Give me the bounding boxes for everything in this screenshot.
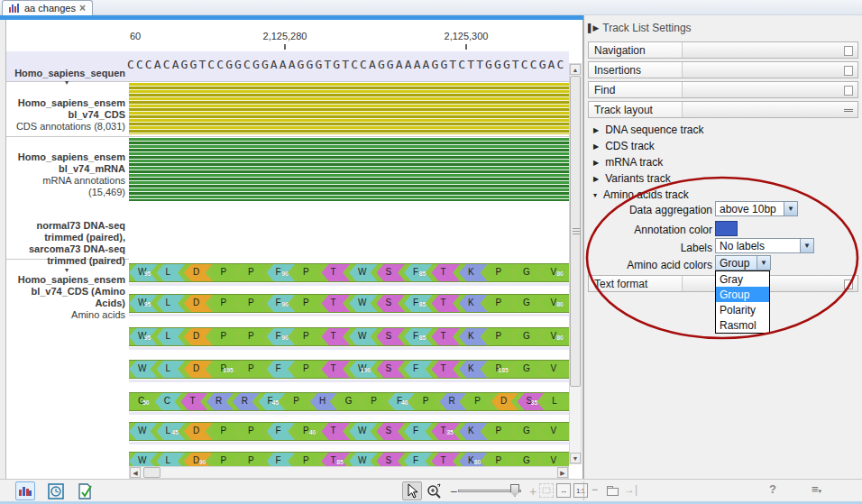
amino-acid-segment[interactable]: W190 [349,361,378,378]
group-navigation[interactable]: Navigation [588,41,858,59]
amino-acid-segment[interactable]: P [239,264,268,281]
amino-acid-segment[interactable]: D [184,264,213,281]
amino-acid-colors-select[interactable]: Group ▼ [715,255,771,270]
amino-acid-segment[interactable]: P [294,453,323,466]
amino-acid-segment[interactable]: W [349,264,378,281]
scroll-up-button[interactable]: ▲ [570,64,581,75]
mrna-annotations-track[interactable] [129,138,569,201]
data-aggregation-select[interactable]: above 10bp ▼ [715,201,798,216]
dropdown-option-rasmol[interactable]: Rasmol [716,317,769,333]
collapse-group-icon[interactable] [844,109,853,112]
amino-acid-segment[interactable]: G [514,453,543,466]
amino-acid-segment[interactable]: V80 [542,264,570,281]
amino-acid-segment[interactable]: P [212,453,241,466]
amino-acid-segment[interactable]: P [487,264,516,281]
amino-acid-segment[interactable]: F [404,361,433,378]
amino-acid-segment[interactable]: P [212,295,241,312]
folder-icon[interactable] [607,488,619,496]
amino-acid-segment[interactable]: F [404,423,433,440]
amino-acid-segment[interactable]: R [233,393,260,410]
amino-acid-segment[interactable]: R [206,393,234,410]
amino-acid-segment[interactable]: P [294,328,323,345]
zoom-100-button[interactable]: 1:1 [573,483,588,498]
track-label-amino-acids[interactable]: Homo_sapiens_ensem bl_v74_CDS (Amino Aci… [8,262,125,333]
amino-acid-segment[interactable]: L [157,453,186,466]
track-layout-item-mrna-track[interactable]: ▶mRNA track [593,156,663,169]
amino-acid-segment[interactable]: P [239,423,268,440]
group-insertions[interactable]: Insertions [588,61,858,78]
horizontal-scrollbar[interactable]: ◀ ▶ [129,466,569,479]
amino-acid-segment[interactable]: G [514,264,543,281]
help-icon[interactable]: ? [769,482,776,496]
detach-group-icon[interactable] [844,86,853,96]
amino-acid-segment[interactable]: F85 [404,264,433,281]
amino-acid-segment[interactable]: S [377,361,406,378]
amino-acid-segment[interactable]: F [267,423,296,440]
annotation-color-swatch[interactable] [715,221,738,236]
amino-acid-segment[interactable]: W [349,423,378,440]
scroll-down-button[interactable]: ▼ [570,453,581,463]
amino-acid-segment[interactable]: P195 [212,361,241,378]
selection-cursor-button[interactable] [402,481,422,500]
labels-select[interactable]: No labels ▼ [715,238,814,253]
amino-acid-segment[interactable]: S35 [518,393,545,410]
amino-acid-segment[interactable]: F45 [259,393,286,410]
amino-acid-segment[interactable]: W [349,295,378,312]
amino-acid-segment[interactable]: H [310,393,337,410]
amino-acid-segment[interactable]: P40 [294,423,323,440]
amino-acid-segment[interactable]: K [459,361,488,378]
amino-acid-segment[interactable]: K [459,328,488,345]
tab-close-icon[interactable]: × [79,4,86,13]
amino-acid-segment[interactable]: S [377,328,406,345]
detach-group-icon[interactable] [844,46,853,56]
amino-acid-segment[interactable]: P [465,393,492,410]
group-track-layout[interactable]: Track layout [588,101,858,118]
amino-acid-segment[interactable]: G [514,295,543,312]
element-info-button[interactable] [75,481,95,500]
amino-acid-segment[interactable]: P [212,328,241,345]
amino-acid-segment[interactable]: P [487,453,516,466]
amino-acid-segment[interactable]: S [377,295,406,312]
amino-acid-segment[interactable]: T [322,328,351,345]
dock-panel-icon[interactable]: →| [624,483,637,496]
track-layout-item-cds-track[interactable]: ▶CDS track [593,140,655,152]
amino-acid-segment[interactable]: F90 [267,295,296,312]
settings-menu-icon[interactable]: ≡▾ [812,482,821,496]
scroll-left-button[interactable]: ◀ [130,467,141,478]
amino-acid-segment[interactable]: D [184,295,213,312]
amino-acid-segment[interactable]: V [542,423,570,440]
amino-acid-segment[interactable]: T [432,295,461,312]
zoom-to-selection-button[interactable] [539,483,554,498]
fit-width-button[interactable]: ↔ [556,483,571,498]
amino-acid-segment[interactable]: L [157,295,186,312]
horizontal-scroll-thumb[interactable] [143,467,160,478]
amino-acid-segment[interactable]: D90 [184,453,213,466]
amino-acid-segment[interactable]: F [267,361,296,378]
amino-acid-segment[interactable]: P [212,423,241,440]
amino-acid-segment[interactable]: T [432,361,461,378]
track-layout-item-amino-acids-track[interactable]: ▾Amino acids track [593,188,689,201]
amino-acid-segment[interactable]: P [487,423,516,440]
amino-acid-segment[interactable]: P [414,393,441,410]
amino-acid-segment[interactable]: G [514,423,543,440]
history-view-button[interactable] [46,481,66,500]
amino-acid-segment[interactable]: S [377,453,406,466]
track-layout-item-dna-sequence-track[interactable]: ▶DNA sequence track [593,124,704,136]
amino-acid-segment[interactable]: K80 [459,453,488,466]
amino-acid-segment[interactable]: F40 [388,393,415,410]
amino-acid-segment[interactable]: P [294,361,323,378]
amino-acid-segment[interactable]: L [543,393,569,410]
amino-acid-segment[interactable]: G [336,393,363,410]
amino-acid-segment[interactable]: G [514,361,543,378]
amino-acid-segment[interactable]: P [487,295,516,312]
collapse-panel-icon[interactable]: ▌▶ [588,23,598,32]
dropdown-option-gray[interactable]: Gray [716,271,769,287]
amino-acid-segment[interactable]: S [377,423,406,440]
amino-acid-segment[interactable]: P [294,295,323,312]
chevron-right-icon[interactable]: ▶ [593,142,599,151]
amino-acid-segment[interactable]: D [491,393,518,410]
track-layout-item-variants-track[interactable]: ▶Variants track [593,172,671,185]
track-label-cds[interactable]: Homo_sapiens_ensem bl_v74_CDS CDS annota… [8,86,125,144]
amino-acid-segment[interactable]: P185 [487,361,516,378]
amino-acid-segment[interactable]: F [267,453,296,466]
